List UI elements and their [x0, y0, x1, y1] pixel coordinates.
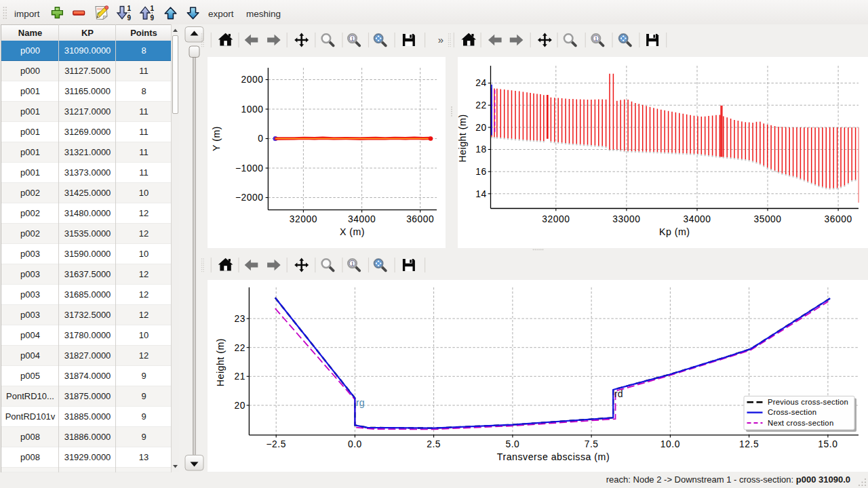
svg-text:16: 16: [475, 167, 486, 177]
svg-text:»: »: [438, 34, 443, 45]
svg-text:35000: 35000: [753, 214, 781, 224]
svg-text:1: 1: [151, 5, 155, 12]
svg-text:15.0: 15.0: [818, 439, 837, 449]
svg-text:34000: 34000: [348, 214, 376, 224]
svg-text:Cross-section: Cross-section: [768, 408, 816, 416]
svg-text:Previous cross-section: Previous cross-section: [768, 398, 848, 406]
svg-text:Y (m): Y (m): [211, 126, 222, 151]
svg-text:33000: 33000: [612, 214, 640, 224]
svg-text:23: 23: [235, 314, 245, 324]
svg-text:export: export: [208, 9, 234, 19]
svg-text:Transverse abscissa (m): Transverse abscissa (m): [497, 451, 610, 462]
svg-text:10.0: 10.0: [660, 439, 680, 449]
svg-text:0.0: 0.0: [348, 439, 362, 449]
svg-text:36000: 36000: [825, 214, 852, 224]
svg-text:Kp (m): Kp (m): [659, 226, 690, 237]
svg-text:Height (m): Height (m): [458, 114, 468, 162]
svg-text:18: 18: [475, 144, 486, 155]
svg-text:9: 9: [127, 14, 131, 22]
svg-text:22: 22: [475, 100, 486, 110]
svg-text:36000: 36000: [406, 214, 434, 224]
svg-text:1000: 1000: [241, 104, 264, 115]
svg-text:5.0: 5.0: [505, 439, 519, 449]
svg-text:32000: 32000: [542, 214, 570, 224]
svg-text:rd: rd: [614, 388, 623, 399]
svg-text:24: 24: [475, 78, 486, 88]
svg-text:−2.5: −2.5: [266, 439, 285, 449]
svg-text:14: 14: [475, 189, 486, 199]
svg-text:2000: 2000: [241, 75, 264, 85]
svg-text:20: 20: [475, 123, 486, 133]
svg-text:−1000: −1000: [235, 163, 264, 174]
svg-text:0: 0: [258, 134, 263, 144]
svg-text:21: 21: [235, 371, 245, 382]
svg-text:34000: 34000: [683, 214, 711, 224]
svg-text:12.5: 12.5: [739, 439, 759, 449]
svg-text:32000: 32000: [290, 214, 317, 224]
svg-text:meshing: meshing: [246, 9, 281, 19]
svg-text:22: 22: [235, 343, 245, 353]
svg-text:Height (m): Height (m): [215, 338, 226, 386]
svg-text:rg: rg: [356, 397, 364, 408]
svg-text:1: 1: [127, 5, 131, 12]
svg-text:9: 9: [151, 14, 155, 22]
svg-text:7.5: 7.5: [585, 439, 599, 449]
svg-text:2.5: 2.5: [427, 439, 441, 449]
svg-text:−2000: −2000: [235, 192, 264, 203]
svg-text:X (m): X (m): [340, 226, 365, 237]
svg-text:20: 20: [235, 401, 245, 411]
svg-text:Next cross-section: Next cross-section: [768, 419, 833, 427]
svg-text:import: import: [14, 9, 40, 19]
